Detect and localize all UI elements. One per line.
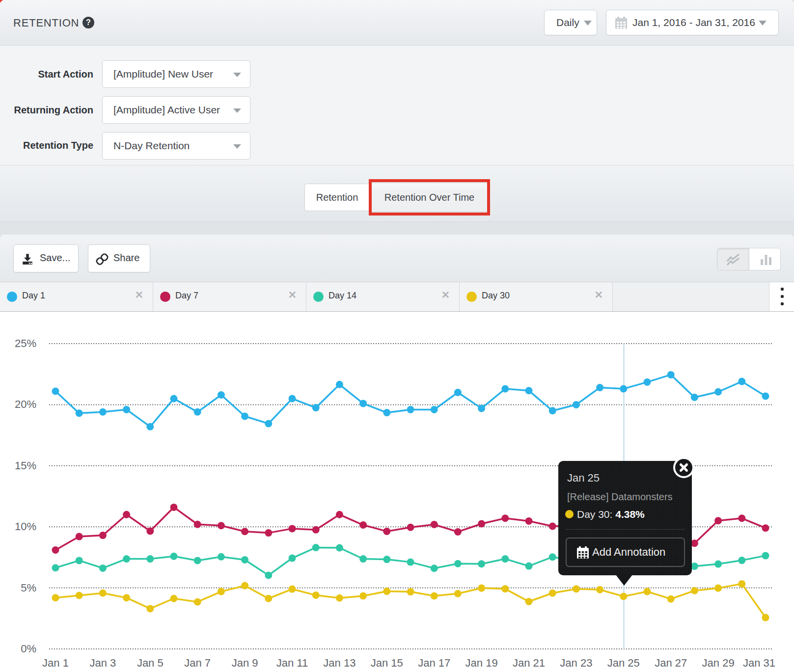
svg-text:Jan 3: Jan 3 — [89, 657, 116, 669]
svg-text:15%: 15% — [15, 459, 36, 472]
svg-text:Jan 15: Jan 15 — [371, 657, 403, 669]
svg-text:5%: 5% — [21, 582, 36, 594]
svg-text:Jan 17: Jan 17 — [418, 657, 450, 669]
svg-text:Jan 27: Jan 27 — [655, 657, 687, 669]
svg-text:Jan 1: Jan 1 — [42, 657, 69, 669]
svg-text:Jan 19: Jan 19 — [465, 657, 498, 669]
svg-text:Jan 29: Jan 29 — [702, 657, 735, 669]
svg-text:20%: 20% — [15, 398, 36, 410]
svg-text:Jan 31: Jan 31 — [743, 657, 775, 669]
svg-text:10%: 10% — [15, 520, 36, 533]
svg-text:Jan 5: Jan 5 — [137, 657, 164, 669]
svg-text:0%: 0% — [21, 643, 36, 655]
svg-text:Jan 9: Jan 9 — [232, 657, 258, 669]
svg-text:Jan 7: Jan 7 — [184, 657, 211, 669]
svg-text:Jan 23: Jan 23 — [560, 657, 592, 669]
svg-text:Jan 11: Jan 11 — [276, 657, 308, 669]
svg-text:25%: 25% — [15, 337, 36, 349]
svg-text:Jan 13: Jan 13 — [323, 657, 356, 669]
svg-text:Jan 21: Jan 21 — [513, 657, 545, 669]
svg-text:Jan 25: Jan 25 — [607, 657, 640, 669]
